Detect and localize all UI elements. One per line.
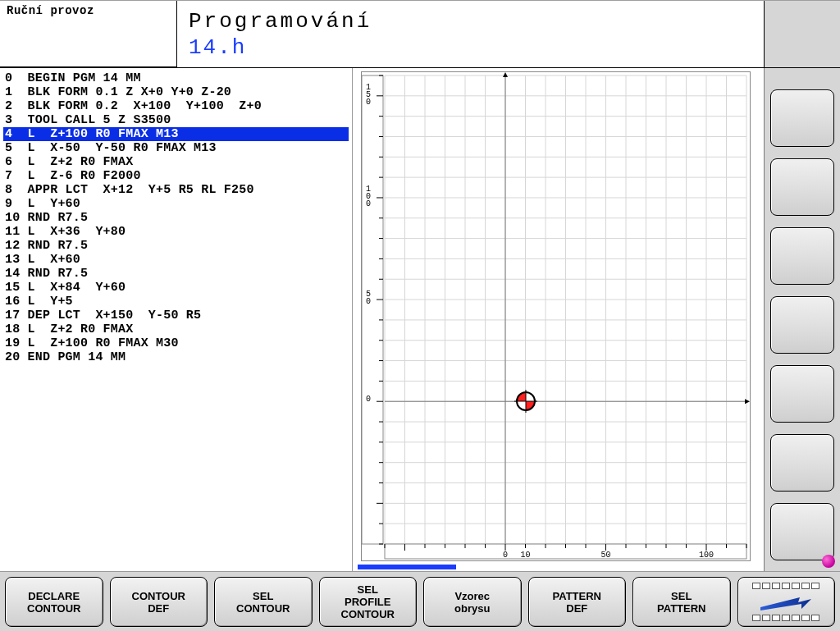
softkey-page-switch[interactable] (737, 577, 836, 627)
side-softkey-5[interactable] (770, 365, 834, 423)
softkey-contour-def[interactable]: CONTOUR DEF (110, 577, 208, 627)
softkey-contour-formula[interactable]: Vzorec obrysu (423, 577, 522, 627)
program-title-box: Programování 14.h (177, 1, 765, 67)
header-row: Ruční provoz Programování 14.h (0, 1, 840, 68)
nc-line[interactable]: 2 BLK FORM 0.2 X+100 Y+100 Z+0 (3, 99, 349, 113)
softkey-sel-profile[interactable]: SEL PROFILE CONTOUR (319, 577, 418, 627)
nc-line[interactable]: 16 L Y+5 (3, 295, 349, 309)
graphics-plot: 01050100050100150 (361, 71, 751, 561)
plot-grid: 01050100050100150 (362, 72, 750, 560)
nc-line[interactable]: 6 L Z+2 R0 FMAX (3, 155, 349, 169)
cnc-screen: Ruční provoz Programování 14.h 0 BEGIN P… (0, 0, 840, 631)
nc-line[interactable]: 15 L X+84 Y+60 (3, 281, 349, 295)
svg-marker-105 (760, 597, 811, 610)
page-dots-top (752, 583, 819, 589)
status-badge-icon (822, 555, 835, 568)
svg-text:0: 0 (366, 98, 371, 107)
side-softkey-1[interactable] (770, 89, 834, 147)
side-softkey-3[interactable] (770, 227, 834, 285)
nc-line[interactable]: 5 L X-50 Y-50 R0 FMAX M13 (3, 141, 349, 155)
nc-line[interactable]: 19 L Z+100 R0 FMAX M30 (3, 336, 349, 350)
nc-line[interactable]: 8 APPR LCT X+12 Y+5 R5 RL F250 (3, 183, 349, 197)
side-softkey-2[interactable] (770, 158, 834, 216)
softkey-declare-contour[interactable]: DECLARE CONTOUR (5, 577, 103, 627)
svg-text:10: 10 (520, 551, 530, 560)
vertical-softkeys (765, 68, 840, 571)
nc-line[interactable]: 11 L X+36 Y+80 (3, 225, 349, 239)
svg-text:0: 0 (503, 551, 508, 560)
svg-text:0: 0 (366, 395, 371, 404)
nc-line[interactable]: 14 RND R7.5 (3, 267, 349, 281)
svg-text:50: 50 (600, 551, 610, 560)
nc-line[interactable]: 20 END PGM 14 MM (3, 350, 349, 364)
svg-rect-46 (362, 75, 383, 544)
nc-line[interactable]: 10 RND R7.5 (3, 211, 349, 225)
header-right-spacer (765, 1, 840, 67)
horizontal-softkeys: DECLARE CONTOUR CONTOUR DEF SEL CONTOUR … (0, 571, 840, 631)
arrow-right-icon (757, 592, 815, 612)
program-filename: 14.h (189, 35, 752, 60)
softkey-sel-pattern[interactable]: SEL PATTERN (632, 577, 731, 627)
svg-text:0: 0 (366, 297, 371, 306)
nc-line[interactable]: 17 DEP LCT X+150 Y-50 R5 (3, 309, 349, 322)
nc-line[interactable]: 3 TOOL CALL 5 Z S3500 (3, 113, 349, 127)
nc-line[interactable]: 1 BLK FORM 0.1 Z X+0 Y+0 Z-20 (3, 85, 349, 99)
side-softkey-7[interactable] (770, 503, 834, 560)
nc-code-panel[interactable]: 0 BEGIN PGM 14 MM1 BLK FORM 0.1 Z X+0 Y+… (0, 68, 353, 571)
nc-line[interactable]: 9 L Y+60 (3, 197, 349, 211)
side-softkey-4[interactable] (770, 296, 834, 354)
origin-icon (516, 391, 536, 411)
softkey-indicator (358, 565, 456, 569)
nc-line[interactable]: 13 L X+60 (3, 253, 349, 267)
machine-mode: Ruční provoz (0, 1, 177, 67)
nc-line[interactable]: 18 L Z+2 R0 FMAX (3, 322, 349, 336)
svg-marker-103 (745, 399, 750, 404)
nc-line[interactable]: 7 L Z-6 R0 F2000 (3, 169, 349, 183)
workarea: 0 BEGIN PGM 14 MM1 BLK FORM 0.1 Z X+0 Y+… (0, 68, 840, 571)
nc-line[interactable]: 0 BEGIN PGM 14 MM (3, 71, 349, 85)
softkey-sel-contour[interactable]: SEL CONTOUR (214, 577, 313, 627)
side-softkey-6[interactable] (770, 434, 834, 492)
nc-line[interactable]: 4 L Z+100 R0 FMAX M13 (3, 127, 349, 141)
page-dots-bottom (752, 615, 819, 621)
graphics-panel[interactable]: 01050100050100150 (353, 68, 765, 571)
nc-line[interactable]: 12 RND R7.5 (3, 239, 349, 253)
svg-text:100: 100 (699, 551, 714, 560)
screen-title: Programování (189, 9, 752, 34)
svg-text:0: 0 (366, 199, 371, 208)
softkey-pattern-def[interactable]: PATTERN DEF (528, 577, 627, 627)
svg-marker-104 (503, 72, 508, 77)
